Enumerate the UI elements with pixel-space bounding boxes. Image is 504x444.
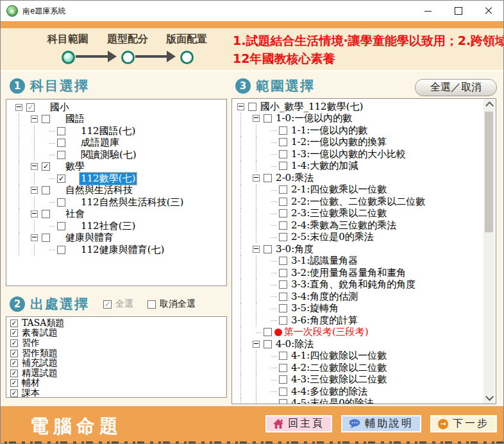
checkbox[interactable]	[10, 320, 18, 327]
tree-item[interactable]: 4-2:二位數除以二位數	[237, 362, 496, 374]
checkbox[interactable]	[26, 103, 35, 112]
checkbox[interactable]	[57, 151, 65, 159]
select-all-checkbox-group[interactable]: 全選	[103, 298, 133, 310]
tree-item[interactable]: 成語題庫	[15, 137, 226, 149]
checkbox[interactable]	[279, 352, 287, 360]
tree-item[interactable]: 第一次段考(三段考)	[237, 327, 496, 339]
checkbox[interactable]	[279, 257, 287, 265]
collapse-expander-icon[interactable]	[253, 175, 260, 182]
checkbox[interactable]	[10, 359, 18, 367]
select-all-checkbox[interactable]	[103, 300, 112, 309]
collapse-expander-icon[interactable]	[253, 341, 260, 348]
tree-item[interactable]: 4-1:四位數除以一位數	[237, 350, 496, 363]
range-tree-scrollbar[interactable]	[483, 99, 494, 404]
collapse-expander-icon[interactable]	[15, 104, 22, 111]
checkbox[interactable]	[279, 221, 287, 230]
tree-item[interactable]: 4-5:末位是0的除法	[237, 398, 496, 405]
list-item[interactable]: TASA類題	[9, 318, 226, 329]
checkbox[interactable]	[10, 329, 18, 337]
list-item[interactable]: 課本	[9, 388, 226, 398]
tree-item[interactable]: 3-5:旋轉角	[237, 303, 496, 315]
collapse-expander-icon[interactable]	[31, 210, 38, 218]
checkbox[interactable]	[57, 139, 65, 147]
checkbox[interactable]	[279, 185, 287, 194]
tree-item[interactable]: 1-3:一億以內數的大小比較	[237, 148, 496, 160]
scrollbar-thumb[interactable]	[485, 112, 493, 232]
tree-item[interactable]: 3-0:角度	[237, 243, 496, 255]
tree-item[interactable]: 國小	[15, 101, 226, 114]
checkbox[interactable]	[279, 198, 287, 206]
tree-item[interactable]: 1-1:一億以內的數	[237, 124, 496, 137]
checkbox[interactable]	[57, 222, 65, 230]
collapse-expander-icon[interactable]	[31, 115, 38, 123]
checkbox[interactable]	[42, 115, 50, 123]
checkbox[interactable]	[279, 375, 287, 384]
deselect-all-checkbox-group[interactable]: 取消全選	[147, 298, 196, 310]
list-item[interactable]: 習作類題	[9, 348, 226, 359]
checkbox[interactable]	[279, 269, 287, 277]
tree-item[interactable]: 2-0:乘法	[237, 172, 496, 184]
scroll-up-icon[interactable]	[485, 101, 494, 110]
collapse-expander-icon[interactable]	[253, 115, 260, 122]
checkbox[interactable]	[264, 114, 272, 123]
tree-item[interactable]: 社會	[15, 209, 226, 221]
collapse-expander-icon[interactable]	[31, 163, 38, 170]
checkbox[interactable]	[279, 388, 287, 396]
checkbox[interactable]	[279, 233, 287, 241]
checkbox[interactable]	[279, 304, 287, 312]
tree-item[interactable]: 閱讀測驗(七)	[15, 149, 226, 161]
checkbox[interactable]	[264, 340, 272, 348]
checkbox[interactable]	[248, 103, 256, 111]
tree-item[interactable]: 3-4:角度的估測	[237, 291, 496, 303]
checkbox[interactable]	[57, 127, 65, 135]
checkbox[interactable]	[264, 174, 272, 182]
checkbox[interactable]	[10, 370, 18, 377]
deselect-all-checkbox[interactable]	[147, 300, 156, 309]
checkbox[interactable]	[264, 328, 272, 336]
checkbox[interactable]	[10, 389, 18, 397]
tree-item[interactable]: 2-2:一位數、二位數乘以二位數	[237, 196, 496, 208]
checkbox[interactable]	[57, 198, 65, 207]
tree-item[interactable]: 1-2:一億以內數的換算	[237, 137, 496, 149]
maximize-button[interactable]	[443, 1, 473, 21]
tree-item[interactable]: 112數學(七)	[15, 173, 226, 185]
close-button[interactable]	[473, 1, 503, 21]
checkbox[interactable]	[279, 138, 287, 146]
checkbox[interactable]	[279, 364, 287, 372]
select-toggle-button[interactable]: 全選／取消	[415, 79, 497, 96]
list-item[interactable]: 補充試題	[9, 358, 226, 368]
home-button[interactable]: 回主頁	[265, 415, 332, 432]
tree-item[interactable]: 2-4:乘數為三位數的乘法	[237, 219, 496, 232]
checkbox[interactable]	[10, 339, 18, 347]
collapse-expander-icon[interactable]	[237, 103, 244, 110]
tree-item[interactable]: 3-6:角度的計算	[237, 314, 496, 327]
tree-item[interactable]: 112自然與生活科技(三)	[15, 196, 226, 209]
checkbox[interactable]	[279, 399, 287, 404]
tree-item[interactable]: 112社會(三)	[15, 220, 226, 232]
tree-item[interactable]: 4-0:除法	[237, 338, 496, 350]
checkbox[interactable]	[279, 162, 287, 170]
tree-item[interactable]: 3-1:認識量角器	[237, 255, 496, 268]
checkbox[interactable]	[42, 210, 50, 218]
list-item[interactable]: 習作	[9, 338, 226, 348]
list-item[interactable]: 輔材	[9, 379, 226, 389]
checkbox[interactable]	[42, 162, 50, 171]
tree-item[interactable]: 3-2:使用量角器量角和畫角	[237, 267, 496, 279]
tree-item[interactable]: 4-3:三位數除以二位數	[237, 374, 496, 386]
scroll-down-icon[interactable]	[485, 393, 494, 401]
tree-item[interactable]: 4-4:多位數的除法	[237, 386, 496, 398]
tree-item[interactable]: 112健康與體育(七)	[15, 244, 226, 256]
help-button[interactable]: 輔助說明	[341, 415, 421, 432]
checkbox[interactable]	[279, 316, 287, 325]
checkbox[interactable]	[57, 246, 65, 254]
tree-item[interactable]: 自然與生活科技	[15, 185, 226, 197]
collapse-expander-icon[interactable]	[253, 246, 260, 253]
checkbox[interactable]	[279, 150, 287, 158]
checkbox[interactable]	[42, 234, 50, 242]
tree-item[interactable]: 國小_數學_112數學(七)	[237, 101, 496, 113]
tree-item[interactable]: 1-0:一億以內的數	[237, 113, 496, 125]
checkbox[interactable]	[279, 280, 287, 289]
list-item[interactable]: 素養試題	[9, 329, 226, 339]
checkbox[interactable]	[57, 175, 65, 183]
tree-item[interactable]: 健康與體育	[15, 232, 226, 244]
